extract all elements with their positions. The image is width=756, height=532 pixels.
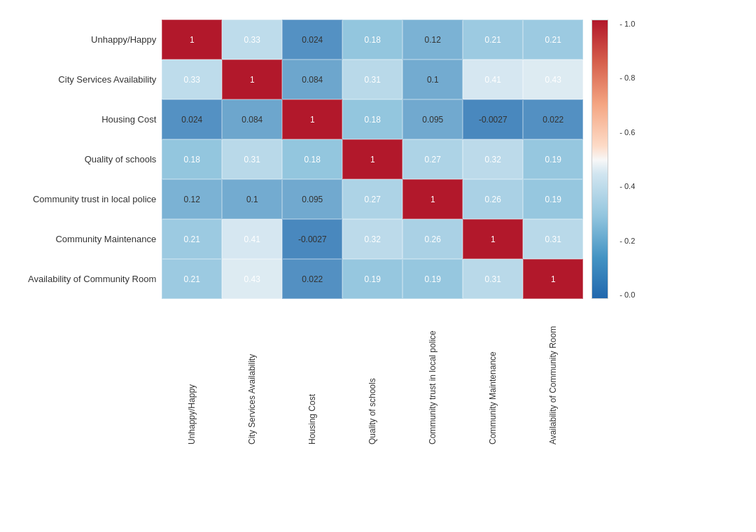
row-label: Community Maintenance [28,219,162,259]
col-label: City Services Availability [247,304,257,444]
col-labels: Unhappy/HappyCity Services AvailabilityH… [162,299,583,444]
matrix-cell: 0.21 [162,259,222,299]
row-labels: Unhappy/HappyCity Services AvailabilityH… [28,20,162,299]
matrix-cell: 0.1 [222,179,282,219]
grid-area: 10.330.0240.180.120.210.210.3310.0840.31… [162,20,583,299]
col-label-wrapper: Community trust in local police [402,304,463,444]
matrix-cell: 0.43 [222,259,282,299]
colorbar-tick: - 0.8 [620,74,635,82]
matrix-cell: 0.18 [162,139,222,179]
matrix-cell: 0.21 [523,20,583,59]
matrix-cell: 0.43 [523,59,583,99]
matrix-cell: 1 [162,20,222,59]
col-label-wrapper: Quality of schools [342,304,402,444]
matrix-cell: 0.084 [222,99,282,139]
col-label: Housing Cost [307,304,317,444]
matrix-cell: 0.022 [282,259,342,299]
matrix-cell: 0.19 [523,139,583,179]
colorbar-tick: - 0.6 [620,128,635,136]
col-label: Availability of Community Room [548,304,558,444]
row-label: Quality of schools [28,139,162,179]
matrix-cell: 0.31 [463,259,523,299]
matrix-cell: 1 [342,139,402,179]
colorbar: - 1.0- 0.8- 0.6- 0.4- 0.2- 0.0 [592,20,608,299]
matrix-row: 0.3310.0840.310.10.410.43 [162,59,583,99]
colorbar-gradient [592,20,608,299]
col-label: Quality of schools [368,304,377,444]
matrix-row: 0.0240.08410.180.095-0.00270.022 [162,99,583,139]
matrix-cell: 0.21 [162,219,222,259]
matrix-cell: 0.41 [222,219,282,259]
col-label: Community Maintenance [488,304,498,444]
matrix-cell: 0.022 [523,99,583,139]
matrix-cell: -0.0027 [463,99,523,139]
matrix-cell: 0.31 [222,139,282,179]
matrix-cell: 0.12 [162,179,222,219]
matrix-cell: -0.0027 [282,219,342,259]
matrix-row: 10.330.0240.180.120.210.21 [162,20,583,59]
matrix-cell: 1 [222,59,282,99]
row-label: Housing Cost [28,99,162,139]
colorbar-tick: - 1.0 [620,20,635,28]
matrix-cell: 0.27 [342,179,402,219]
matrix-cell: 0.33 [162,59,222,99]
matrix-row: 0.120.10.0950.2710.260.19 [162,179,583,219]
matrix-cell: 0.31 [523,219,583,259]
matrix-cell: 1 [282,99,342,139]
matrix-cell: 0.32 [342,219,402,259]
matrix-cell: 0.41 [463,59,523,99]
colorbar-area: - 1.0- 0.8- 0.6- 0.4- 0.2- 0.0 [592,20,608,299]
row-label: Availability of Community Room [28,259,162,299]
matrix-cell: 0.12 [402,20,463,59]
matrix-area: Unhappy/HappyCity Services AvailabilityH… [28,20,728,444]
matrix-cell: 1 [523,259,583,299]
matrix-cell: 0.32 [463,139,523,179]
col-label-wrapper: Community Maintenance [463,304,523,444]
matrix-cell: 0.33 [222,20,282,59]
colorbar-tick: - 0.2 [620,237,635,245]
colorbar-tick: - 0.4 [620,182,635,190]
matrix-cell: 0.19 [402,259,463,299]
matrix-row: 0.210.41-0.00270.320.2610.31 [162,219,583,259]
matrix-cell: 1 [463,219,523,259]
grid-and-colorbar: 10.330.0240.180.120.210.210.3310.0840.31… [162,20,608,444]
matrix-row: 0.180.310.1810.270.320.19 [162,139,583,179]
matrix-cell: 0.27 [402,139,463,179]
colorbar-ticks: - 1.0- 0.8- 0.6- 0.4- 0.2- 0.0 [620,20,635,299]
matrix-cell: 0.024 [162,99,222,139]
row-label: City Services Availability [28,59,162,99]
row-label: Unhappy/Happy [28,20,162,59]
matrix-cell: 0.1 [402,59,463,99]
matrix-cell: 0.21 [463,20,523,59]
matrix-cell: 0.19 [342,259,402,299]
matrix-cell: 0.18 [342,20,402,59]
matrix-cell: 0.024 [282,20,342,59]
matrix-row: 0.210.430.0220.190.190.311 [162,259,583,299]
chart-container: Unhappy/HappyCity Services AvailabilityH… [28,14,728,518]
matrix-cell: 1 [402,179,463,219]
row-label: Community trust in local police [28,179,162,219]
matrix-cell: 0.084 [282,59,342,99]
svg-rect-0 [592,20,608,299]
colorbar-tick: - 0.0 [620,290,635,299]
col-label-wrapper: Unhappy/Happy [162,304,222,444]
matrix-cell: 0.26 [463,179,523,219]
matrix-cell: 0.095 [282,179,342,219]
matrix-cell: 0.31 [342,59,402,99]
col-label-wrapper: Availability of Community Room [523,304,583,444]
col-label: Community trust in local police [428,304,438,444]
matrix-cell: 0.19 [523,179,583,219]
col-label-wrapper: City Services Availability [222,304,282,444]
col-label: Unhappy/Happy [187,304,197,444]
matrix-cell: 0.26 [402,219,463,259]
matrix-cell: 0.18 [282,139,342,179]
matrix-cell: 0.095 [402,99,463,139]
col-label-wrapper: Housing Cost [282,304,342,444]
matrix-cell: 0.18 [342,99,402,139]
